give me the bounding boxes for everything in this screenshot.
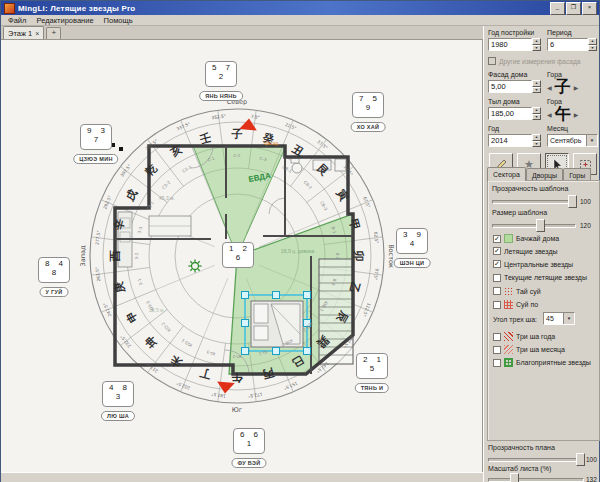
svg-text:甲: 甲 (347, 218, 362, 232)
spin-buttons[interactable]: ▲▼ (532, 38, 541, 51)
window-bottom-strip (1, 472, 483, 482)
checkbox-bazhai-house[interactable]: ✓Бачжай дома (493, 234, 559, 243)
spin-buttons[interactable]: ▲▼ (588, 38, 597, 51)
tab-close-icon[interactable]: × (35, 30, 39, 37)
tab-sectors[interactable]: Сектора (487, 167, 526, 181)
spin-buttons[interactable]: ▲▼ (532, 80, 541, 93)
svg-text:ЮЗ-1: ЮЗ-1 (180, 338, 193, 348)
close-button[interactable]: × (582, 2, 597, 15)
titlebar[interactable]: MingLi: Летящие звезды Pro _ ❐ × (1, 1, 599, 15)
svg-text:СЗ-2: СЗ-2 (161, 180, 172, 191)
sheet-scale-value: 132 (586, 476, 597, 482)
checkbox-current-flying-stars[interactable]: Текущие летящие звезды (493, 274, 587, 282)
luopan-compass: 子С-2癸С-3丑СВ-1艮СВ-2寅СВ-3甲В-1卯В-2乙В-3辰ЮВ-1… (1, 40, 482, 472)
period-label: Период (547, 29, 572, 36)
spin-buttons[interactable]: ▲▼ (532, 107, 541, 120)
svg-text:45,3 м.: 45,3 м. (159, 195, 175, 201)
spin-buttons[interactable]: ▲▼ (532, 134, 541, 147)
year-built-input[interactable] (488, 38, 532, 51)
rear-degree-input[interactable] (488, 107, 532, 120)
year-input[interactable] (488, 134, 532, 147)
dropdown-icon[interactable]: ▼ (586, 135, 597, 146)
rear-mountain-picker: ◀ 午 ▶ (547, 105, 578, 123)
floor-tabstrip: Этаж 1 × + (1, 26, 483, 40)
prev-mountain-icon[interactable]: ◀ (547, 111, 552, 118)
minimize-button[interactable]: _ (550, 2, 565, 15)
svg-text:申: 申 (123, 309, 140, 325)
slider-thumb[interactable] (568, 195, 577, 208)
year-built-label: Год постройки (488, 29, 534, 36)
checkbox-flying-stars[interactable]: ✓Летящие звезды (493, 247, 558, 255)
svg-text:Юг: Юг (232, 406, 243, 414)
svg-text:157.5°: 157.5° (283, 381, 298, 391)
slider-thumb[interactable] (510, 473, 519, 482)
maximize-button[interactable]: ❐ (566, 2, 581, 15)
facade-degree-spinner[interactable]: ▲▼ (488, 80, 541, 93)
rear-degree-spinner[interactable]: ▲▼ (488, 107, 541, 120)
slider-thumb[interactable] (536, 219, 545, 232)
rear-mountain-char: 午 (555, 105, 571, 123)
three-sha-angle-select[interactable]: 45 ▼ (543, 312, 575, 325)
year-label: Год (488, 125, 499, 132)
red-diag-icon (504, 332, 513, 341)
spin-down-icon: ▼ (532, 87, 541, 94)
checkbox-tai-sui[interactable]: Тай суй (493, 287, 541, 296)
svg-text:СВ-3: СВ-3 (319, 200, 328, 211)
svg-text:子: 子 (231, 128, 243, 141)
svg-text:З-1: З-1 (137, 278, 144, 286)
svg-text:戌: 戌 (123, 186, 141, 204)
dropdown-icon[interactable]: ▼ (563, 313, 574, 324)
menu-help[interactable]: Помощь (99, 16, 138, 25)
svg-text:未: 未 (167, 352, 185, 370)
svg-text:292.5°: 292.5° (102, 195, 112, 210)
tab-floor-1[interactable]: Этаж 1 × (3, 26, 44, 39)
drag-handle[interactable] (111, 143, 115, 147)
svg-text:фасад: фасад (265, 141, 279, 146)
template-size-value: 120 (580, 222, 591, 229)
month-select[interactable]: Сентябрь ▼ (547, 134, 598, 147)
checkbox-three-sha-year[interactable]: Три ша года (493, 332, 555, 341)
prev-mountain-icon[interactable]: ◀ (547, 84, 552, 91)
svg-text:97.5°: 97.5° (373, 268, 379, 280)
svg-text:337.5°: 337.5° (176, 121, 191, 131)
next-mountain-icon[interactable]: ▶ (574, 84, 579, 91)
svg-text:22.5°: 22.5° (284, 122, 297, 131)
next-mountain-icon[interactable]: ▶ (574, 111, 579, 118)
facade-mountain-picker: ◀ 子 ▶ (547, 78, 578, 96)
template-opacity-label: Прозрачность шаблона (492, 185, 568, 192)
svg-text:坤: 坤 (143, 333, 161, 351)
svg-text:82.5°: 82.5° (373, 232, 379, 244)
facade-mountain-char: 子 (555, 78, 571, 96)
drag-handle[interactable] (119, 147, 123, 151)
svg-text:СВ-1: СВ-1 (282, 164, 293, 173)
facade-degree-input[interactable] (488, 80, 532, 93)
add-floor-tab-button[interactable]: + (46, 27, 61, 39)
checkbox-favorable-stars[interactable]: Благоприятные звезды (493, 358, 591, 367)
template-size-slider[interactable] (492, 219, 576, 230)
svg-text:247.5°: 247.5° (102, 302, 112, 317)
menu-file[interactable]: Файл (3, 16, 31, 25)
period-input[interactable] (547, 38, 588, 51)
bed[interactable] (251, 301, 303, 347)
svg-text:酉: 酉 (109, 251, 122, 263)
svg-text:67.5°: 67.5° (362, 196, 371, 209)
svg-text:187.5°: 187.5° (211, 392, 226, 399)
svg-text:壬: 壬 (199, 131, 213, 146)
checkbox-sui-po[interactable]: Суй по (493, 300, 538, 309)
year-spinner[interactable]: ▲▼ (488, 134, 541, 147)
svg-text:乾: 乾 (142, 162, 160, 180)
period-spinner[interactable]: ▲▼ (547, 38, 597, 51)
settings-panel: Год постройки Период ▲▼ ▲▼ Другие измере… (483, 26, 599, 482)
checkbox-three-sha-month[interactable]: Три ша месяца (493, 345, 565, 354)
sheet-scale-slider[interactable] (488, 473, 584, 482)
plan-opacity-slider[interactable] (488, 453, 584, 464)
template-opacity-value: 100 (580, 198, 591, 205)
plan-canvas[interactable]: 子С-2癸С-3丑СВ-1艮СВ-2寅СВ-3甲В-1卯В-2乙В-3辰ЮВ-1… (1, 40, 483, 472)
slider-thumb[interactable] (576, 453, 585, 466)
template-opacity-slider[interactable] (492, 195, 576, 206)
year-built-spinner[interactable]: ▲▼ (488, 38, 541, 51)
gear-marker-icon[interactable] (188, 259, 201, 272)
checkbox-central-stars[interactable]: ✓Центральные звезды (493, 260, 573, 268)
menu-edit[interactable]: Редактирование (31, 16, 98, 25)
svg-text:112.5°: 112.5° (362, 302, 372, 317)
